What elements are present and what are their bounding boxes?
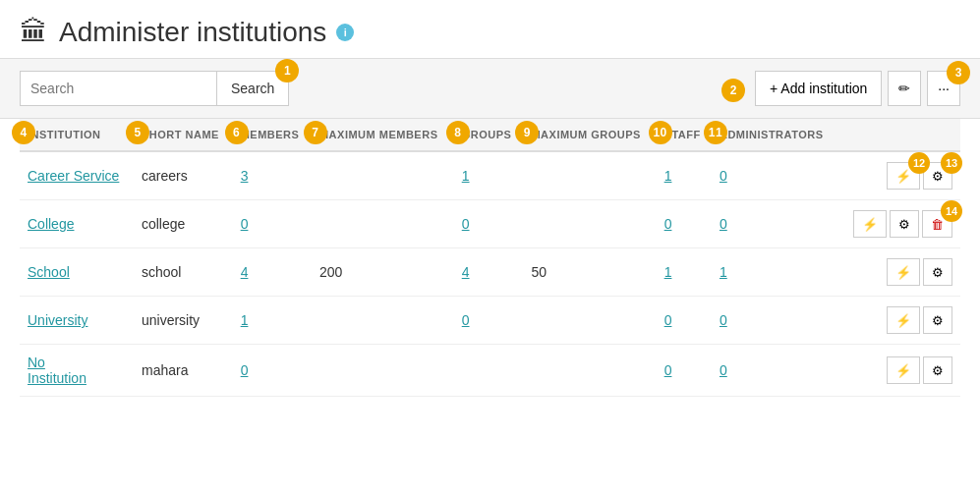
annotation-badge-8: 8 [446, 121, 470, 144]
max-members-cell [312, 297, 454, 345]
settings-button[interactable]: ⚙ [923, 258, 952, 286]
institution-icon: 🏛 [20, 16, 47, 48]
col-max-groups: 9 MAXIMUM GROUPS [523, 119, 656, 151]
institution-name-cell: NoInstitution [20, 345, 134, 397]
max-groups-cell [523, 297, 656, 345]
max-members-cell [312, 200, 454, 248]
institution-link[interactable]: School [28, 264, 70, 280]
short-name-cell: university [134, 297, 233, 345]
content-area: 4 INSTITUTION 5 SHORT NAME 6 MEMBERS 7 M… [0, 119, 980, 416]
members-cell: 0 [233, 345, 312, 397]
annotation-badge-11: 11 [704, 121, 727, 144]
staff-link[interactable]: 1 [664, 264, 672, 280]
max-groups-cell [523, 200, 656, 248]
institution-link[interactable]: Career Service [28, 168, 119, 184]
admin-link[interactable]: 0 [720, 168, 727, 184]
admin-cell: 0 [712, 200, 838, 248]
groups-cell: 1 [454, 151, 524, 200]
institution-name-cell: School [20, 248, 134, 297]
members-cell: 3 [233, 151, 312, 200]
admin-link[interactable]: 0 [720, 362, 727, 378]
institutions-table: 4 INSTITUTION 5 SHORT NAME 6 MEMBERS 7 M… [20, 119, 960, 397]
add-institution-button[interactable]: + Add institution [755, 71, 882, 106]
admin-link[interactable]: 1 [720, 264, 727, 280]
annotation-badge-10: 10 [649, 121, 672, 144]
page-title: Administer institutions [59, 17, 326, 48]
groups-cell: 0 [454, 200, 524, 248]
members-link[interactable]: 3 [241, 168, 249, 184]
institution-link[interactable]: College [28, 216, 74, 232]
members-cell: 0 [233, 200, 312, 248]
connect-button[interactable]: ⚡ [887, 258, 920, 286]
groups-cell: 0 [454, 297, 524, 345]
col-short-name: 5 SHORT NAME [134, 119, 233, 151]
admin-cell: 0 [712, 151, 838, 200]
connect-button[interactable]: ⚡ [853, 210, 887, 238]
short-name-cell: mahara [134, 345, 233, 397]
admin-cell: 1 [712, 248, 838, 297]
edit-button[interactable]: ✏ [888, 71, 921, 106]
members-link[interactable]: 0 [241, 362, 249, 378]
col-members: 6 MEMBERS [233, 119, 312, 151]
groups-cell: 4 [454, 248, 524, 297]
toolbar-right: 2 + Add institution ✏ ··· 3 [735, 71, 960, 106]
groups-link[interactable]: 0 [462, 216, 470, 232]
max-groups-cell [523, 151, 656, 200]
table-row: School school 4 200 4 50 1 1 ⚡ ⚙ [20, 248, 960, 297]
institution-link[interactable]: University [28, 312, 87, 328]
staff-link[interactable]: 0 [664, 216, 672, 232]
connect-button[interactable]: ⚡ [887, 306, 920, 334]
search-area: Search 1 [20, 71, 289, 106]
table-row: Career Service careers 3 1 1 0 ⚡ 12 ⚙ 13 [20, 151, 960, 200]
annotation-badge-12: 12 [908, 152, 930, 174]
col-max-members: 7 MAXIMUM MEMBERS [312, 119, 454, 151]
actions-cell: ⚡ 12 ⚙ 13 [838, 151, 960, 200]
staff-cell: 1 [657, 151, 712, 200]
action-buttons: ⚡ ⚙ [846, 258, 952, 286]
staff-link[interactable]: 0 [664, 362, 672, 378]
table-row: NoInstitution mahara 0 0 0 ⚡ ⚙ [20, 345, 960, 397]
institution-name-cell: College [20, 200, 134, 248]
members-link[interactable]: 1 [241, 312, 249, 328]
connect-button[interactable]: ⚡ [887, 356, 920, 384]
toolbar: Search 1 2 + Add institution ✏ ··· 3 [0, 59, 980, 119]
annotation-badge-14: 14 [941, 200, 962, 222]
staff-cell: 0 [657, 297, 712, 345]
groups-link[interactable]: 0 [462, 312, 470, 328]
annotation-badge-7: 7 [304, 121, 327, 144]
groups-link[interactable]: 1 [462, 168, 470, 184]
annotation-badge-4: 4 [12, 121, 35, 144]
action-buttons: ⚡ ⚙ [846, 356, 952, 384]
members-cell: 1 [233, 297, 312, 345]
page-header: 🏛 Administer institutions i [0, 0, 980, 59]
settings-button[interactable]: ⚙ [890, 210, 919, 238]
col-groups: 8 GROUPS [454, 119, 524, 151]
institution-name-cell: Career Service [20, 151, 134, 200]
institution-link[interactable]: NoInstitution [28, 355, 86, 386]
groups-link[interactable]: 4 [462, 264, 470, 280]
admin-cell: 0 [712, 345, 838, 397]
staff-cell: 0 [657, 345, 712, 397]
max-groups-cell: 50 [523, 248, 656, 297]
max-members-cell: 200 [312, 248, 454, 297]
settings-button[interactable]: ⚙ [923, 306, 952, 334]
settings-button[interactable]: ⚙ [923, 356, 952, 384]
members-link[interactable]: 4 [241, 264, 249, 280]
annotation-badge-9: 9 [515, 121, 539, 144]
action-buttons: ⚡ 12 ⚙ 13 [846, 162, 952, 190]
admin-link[interactable]: 0 [720, 312, 727, 328]
actions-cell: ⚡ ⚙ 🗑 14 [838, 200, 960, 248]
staff-link[interactable]: 0 [664, 312, 672, 328]
admin-link[interactable]: 0 [720, 216, 727, 232]
staff-link[interactable]: 1 [664, 168, 672, 184]
members-link[interactable]: 0 [241, 216, 249, 232]
table-row: College college 0 0 0 0 ⚡ ⚙ 🗑 14 [20, 200, 960, 248]
search-input[interactable] [20, 71, 216, 106]
action-buttons: ⚡ ⚙ 🗑 14 [846, 210, 952, 238]
action-buttons: ⚡ ⚙ [846, 306, 952, 334]
col-actions [838, 119, 960, 151]
actions-cell: ⚡ ⚙ [838, 248, 960, 297]
max-members-cell [312, 345, 454, 397]
actions-cell: ⚡ ⚙ [838, 297, 960, 345]
info-badge[interactable]: i [336, 24, 354, 41]
